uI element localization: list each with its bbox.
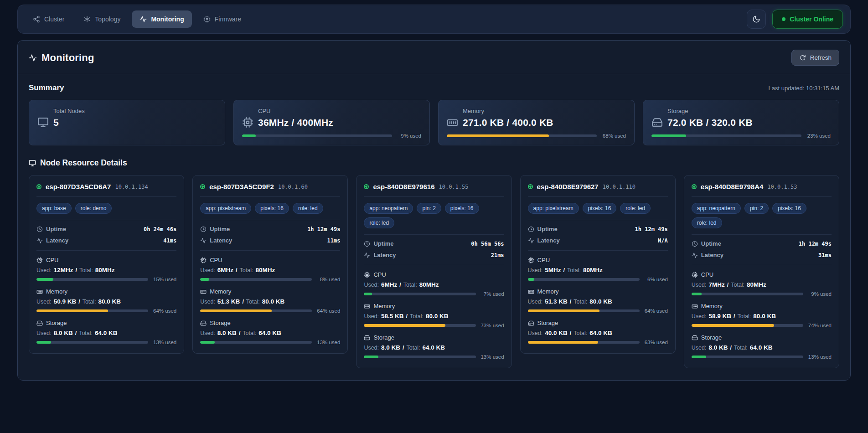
summary-card-cpu: CPU 36MHz / 400MHz 9% used xyxy=(233,100,430,145)
progress-track xyxy=(200,309,312,312)
activity-icon xyxy=(692,252,698,258)
cpu-progress-fill xyxy=(528,278,535,281)
clock-icon xyxy=(200,226,207,232)
panel-header: Monitoring Refresh xyxy=(29,41,839,74)
used-label: Used: xyxy=(364,282,379,288)
cpu-percent-label: 8% used xyxy=(316,277,340,282)
storage-total-value: 64.0 KB xyxy=(750,344,773,351)
node-status-dot-icon xyxy=(364,184,369,189)
resource-list: CPU Used: 7MHz / Total: 80MHz 9% used xyxy=(692,265,832,360)
memory-icon xyxy=(36,289,43,295)
latency-value: 41ms xyxy=(163,237,176,244)
used-label: Used: xyxy=(364,345,379,351)
theme-toggle-button[interactable] xyxy=(747,10,766,29)
node-badge: pixels: 16 xyxy=(583,203,617,214)
storage-used-value: 8.0 KB xyxy=(708,344,728,351)
clock-icon xyxy=(692,241,698,247)
uptime-label: Uptime xyxy=(46,226,66,232)
progress-track xyxy=(36,309,148,312)
node-ip: 10.0.1.55 xyxy=(439,184,469,190)
storage-section: Storage Used: 8.0 KB / Total: 64.0 KB 13… xyxy=(692,334,832,360)
memory-icon xyxy=(528,289,534,295)
tab-label: Cluster xyxy=(44,15,64,23)
progress-track xyxy=(447,134,597,137)
hard-drive-icon xyxy=(364,335,370,341)
node-status-dot-icon xyxy=(528,184,533,189)
uptime-row: Uptime 0h 24m 46s xyxy=(36,223,176,235)
used-label: Used: xyxy=(36,299,52,305)
latency-value: N/A xyxy=(658,237,668,244)
latency-row: Latency N/A xyxy=(528,235,668,246)
cpu-percent-label: 9% used xyxy=(808,291,832,297)
memory-total-value: 80.0 KB xyxy=(262,298,285,305)
uptime-label: Uptime xyxy=(210,226,230,232)
cpu-label: CPU xyxy=(537,257,550,263)
memory-percent-label: 64% used xyxy=(316,308,340,314)
hard-drive-icon xyxy=(36,320,43,326)
monitor-icon xyxy=(37,117,49,128)
node-badge: role: led xyxy=(293,203,323,214)
total-label: Total: xyxy=(734,345,748,351)
value-separator: / xyxy=(403,345,404,351)
node-badge: pixels: 16 xyxy=(772,203,806,214)
value-separator: / xyxy=(75,330,77,336)
uptime-value: 1h 12m 49s xyxy=(799,241,832,247)
node-card: esp-840D8E9798A4 10.0.1.53 app: neopatte… xyxy=(684,175,839,368)
badge-list: app: pixelstreampixels: 16role: led xyxy=(200,197,340,220)
progress-track xyxy=(364,324,475,327)
cluster-status-button[interactable]: Cluster Online xyxy=(772,10,843,29)
memory-section: Memory Used: 58.9 KB / Total: 80.0 KB 74… xyxy=(692,303,832,328)
value-separator: / xyxy=(406,313,408,320)
refresh-button[interactable]: Refresh xyxy=(791,50,839,66)
memory-progress-fill xyxy=(364,324,445,327)
node-status-dot-icon xyxy=(36,184,41,189)
tab-firmware[interactable]: Firmware xyxy=(196,10,249,28)
memory-total-value: 80.0 KB xyxy=(753,313,776,320)
status-dot-icon xyxy=(782,17,785,21)
cpu-percent-label: 9% used xyxy=(397,133,421,139)
storage-progress-fill xyxy=(200,341,215,344)
uptime-label: Uptime xyxy=(701,240,721,247)
progress-track xyxy=(36,278,148,281)
activity-icon xyxy=(29,54,37,62)
memory-label: Memory xyxy=(46,288,67,295)
memory-percent-label: 73% used xyxy=(480,323,504,328)
total-label: Total: xyxy=(240,267,253,273)
node-ip: 10.0.1.110 xyxy=(603,184,636,190)
nodes-head: Node Resource Details xyxy=(29,158,839,168)
refresh-label: Refresh xyxy=(810,54,832,61)
monitor-icon xyxy=(29,160,36,167)
tab-topology[interactable]: Topology xyxy=(76,10,128,28)
latency-label: Latency xyxy=(701,252,723,258)
used-label: Used: xyxy=(200,330,215,336)
progress-track xyxy=(36,341,148,344)
tab-monitoring[interactable]: Monitoring xyxy=(132,10,191,28)
cpu-chip-icon xyxy=(364,272,370,278)
node-badge: role: led xyxy=(364,217,394,228)
activity-icon xyxy=(528,237,534,244)
memory-used-value: 58.5 KB xyxy=(381,313,404,320)
node-name: esp-840D8E979627 xyxy=(537,183,599,191)
activity-icon xyxy=(140,15,147,23)
progress-track xyxy=(200,278,312,281)
node-name: esp-840D8E9798A4 xyxy=(701,183,764,191)
uptime-row: Uptime 1h 12m 49s xyxy=(692,238,832,249)
memory-used-value: 58.9 KB xyxy=(708,313,731,320)
memory-label: Memory xyxy=(373,303,395,309)
used-label: Used: xyxy=(36,330,52,336)
cpu-progress-fill xyxy=(692,293,702,295)
storage-percent-label: 23% used xyxy=(806,133,831,139)
latency-value: 21ms xyxy=(491,252,504,258)
tab-cluster[interactable]: Cluster xyxy=(25,10,72,28)
uptime-value: 0h 24m 46s xyxy=(144,226,176,232)
cpu-label: CPU xyxy=(373,271,386,278)
node-grid: esp-807D3A5CD6A7 10.0.1.134 app: baserol… xyxy=(29,175,839,368)
value-separator: / xyxy=(239,330,240,336)
page-title-wrap: Monitoring xyxy=(29,52,94,64)
value-separator: / xyxy=(734,313,735,320)
node-header: esp-840D8E979627 10.0.1.110 xyxy=(528,183,668,197)
top-nav: Cluster Topology Monitoring Firmware Clu… xyxy=(17,5,851,34)
used-label: Used: xyxy=(692,345,707,351)
memory-label: Memory xyxy=(210,288,231,295)
cpu-used-value: 6MHz xyxy=(217,267,233,273)
